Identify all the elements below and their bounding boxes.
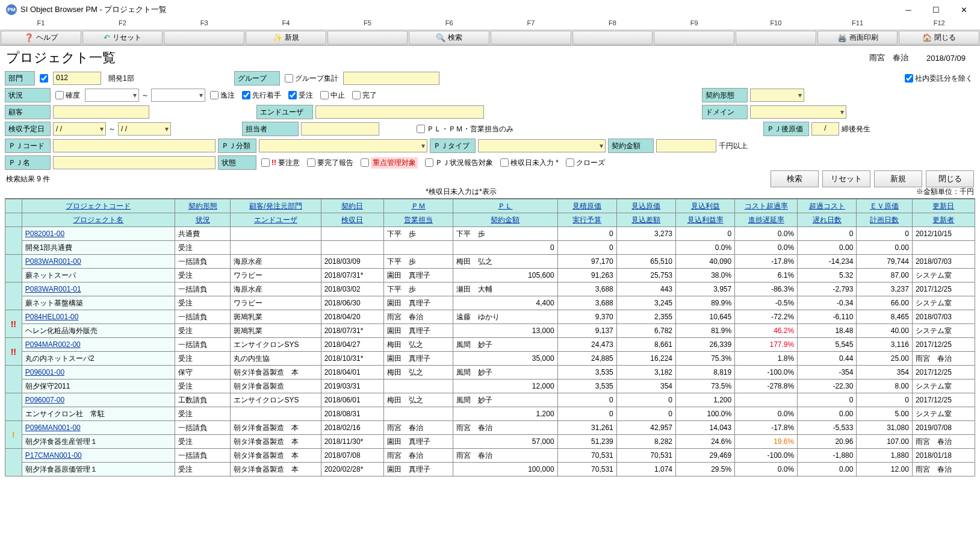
col-header[interactable]: ＰＭ — [411, 202, 426, 210]
customer-input[interactable] — [53, 105, 149, 119]
pjname-input[interactable] — [53, 156, 216, 169]
col-header[interactable]: ＥＶ原価 — [870, 202, 899, 210]
project-code-link[interactable]: P082001-00 — [22, 227, 175, 241]
col-header[interactable]: 状況 — [196, 216, 210, 224]
action-reset-button[interactable]: リセット — [822, 170, 870, 187]
pjcode-input[interactable] — [53, 139, 216, 152]
kenshu-from-input[interactable]: / / — [53, 122, 106, 136]
table-row[interactable]: 蕨ネットスーパ受注ワラビー2018/07/31*園田 真理子105,60091,… — [5, 269, 975, 283]
table-row[interactable]: !P096MAN001-00一括請負朝タ洋食器製造 本2018/02/16雨宮 … — [5, 421, 975, 435]
table-row[interactable]: P096001-00保守朝タ洋食器製造 本2018/04/01梅田 弘之風間 妙… — [5, 366, 975, 379]
table-row[interactable]: 丸の内ネットスーパ2受注丸の内生協2018/10/31*園田 真理子35,000… — [5, 352, 975, 366]
col-header[interactable]: 顧客/発注元部門 — [249, 202, 302, 210]
table-row[interactable]: ヘレン化粧品海外販売受注斑鳩乳業2018/07/31*園田 真理子13,0009… — [5, 324, 975, 338]
col-header[interactable]: エンドユーザ — [254, 216, 297, 224]
project-code-link[interactable]: P083WAR001-01 — [22, 283, 175, 296]
col-header[interactable]: 契約形態 — [188, 202, 217, 210]
col-header[interactable]: 見込原価 — [631, 202, 660, 210]
reset-button[interactable]: ↶リセット — [82, 31, 163, 45]
col-header[interactable]: 遅れ日数 — [813, 216, 842, 224]
table-row[interactable]: 朝夕洋食器原価管理１受注朝タ洋食器製造 本2020/02/28*園田 真理子10… — [5, 463, 975, 476]
maximize-button[interactable]: ☐ — [922, 0, 950, 19]
project-code-link[interactable]: P094MAR002-00 — [22, 338, 175, 352]
col-header[interactable]: 見込利益 — [691, 202, 720, 210]
table-row[interactable]: P083WAR001-01一括請負海原水産2018/03/02下平 歩瀬田 大輔… — [5, 283, 975, 296]
f10-button[interactable] — [736, 31, 816, 45]
f8-button[interactable] — [572, 31, 653, 45]
project-code-link[interactable]: P083WAR001-00 — [22, 255, 175, 269]
contract-type-select[interactable] — [750, 89, 804, 102]
table-row[interactable]: エンサイクロン社 常駐受注2018/08/311,20000100.0%0.0%… — [5, 407, 975, 421]
project-code-link[interactable]: P084HEL001-00 — [22, 310, 175, 324]
kenshu-to-input[interactable]: / / — [118, 122, 171, 136]
pj-after-input[interactable]: / — [811, 122, 839, 136]
col-header[interactable]: コスト超過率 — [745, 202, 788, 210]
group-sum-checkbox[interactable] — [285, 74, 293, 83]
close-checkbox[interactable] — [566, 158, 574, 167]
status-report-checkbox[interactable] — [425, 158, 433, 167]
results-grid[interactable]: プロジェクトコード契約形態顧客/発注元部門契約日ＰＭＰＬ見積原価見込原価見込利益… — [5, 198, 975, 559]
pjtype-select[interactable] — [478, 139, 606, 152]
col-header[interactable]: 見込利益率 — [687, 216, 724, 224]
f3-button[interactable] — [164, 31, 244, 45]
kakudo-from-select[interactable] — [85, 89, 139, 102]
pjclass-select[interactable] — [259, 139, 427, 152]
col-header[interactable]: 契約日 — [341, 202, 363, 210]
table-row[interactable]: 朝夕洋食器生産管理１受注朝タ洋食器製造 本2018/11/30*園田 真理子57… — [5, 435, 975, 449]
col-header[interactable]: プロジェクトコード — [66, 202, 131, 210]
chushi-checkbox[interactable] — [320, 91, 329, 99]
col-header[interactable]: 超過コスト — [809, 202, 845, 210]
minimize-button[interactable]: ─ — [895, 0, 922, 19]
group-input[interactable] — [343, 72, 439, 85]
search-button[interactable]: 🔍検索 — [409, 31, 489, 45]
table-row[interactable]: !!P094MAR002-00一括請負エンサイクロンSYS2018/04/27梅… — [5, 338, 975, 352]
kenshu-uninput-checkbox[interactable] — [500, 158, 509, 167]
table-row[interactable]: !!P084HEL001-00一括請負斑鳩乳業2018/04/20雨宮 春治遠藤… — [5, 310, 975, 324]
priority-target-checkbox[interactable] — [361, 158, 369, 167]
project-code-link[interactable]: P096MAN001-00 — [22, 421, 175, 435]
juchu-checkbox[interactable] — [288, 91, 297, 99]
plpm-only-checkbox[interactable] — [417, 125, 425, 133]
col-header[interactable]: 見込差額 — [631, 216, 660, 224]
col-header[interactable]: プロジェクト名 — [73, 216, 123, 224]
enchu-checkbox[interactable] — [210, 91, 219, 99]
action-search-button[interactable]: 検索 — [771, 170, 819, 187]
table-row[interactable]: 開発1部共通費受注000.0%0.0%0.000.00 — [5, 241, 975, 255]
col-header[interactable]: 契約金額 — [491, 216, 519, 224]
col-header[interactable]: 計画日数 — [870, 216, 899, 224]
col-header[interactable]: 更新者 — [932, 216, 954, 224]
project-code-link[interactable]: P096007-00 — [22, 393, 175, 407]
table-row[interactable]: 蕨ネット基盤構築受注ワラビー2018/06/30園田 真理子4,4003,688… — [5, 296, 975, 310]
dept-checkbox[interactable] — [40, 74, 48, 83]
senkou-checkbox[interactable] — [242, 91, 250, 99]
col-header[interactable]: ＰＬ — [498, 202, 512, 210]
table-row[interactable]: P096007-00工数請負エンサイクロンSYS2018/06/01梅田 弘之風… — [5, 393, 975, 407]
col-header[interactable]: 実行予算 — [572, 216, 601, 224]
project-code-link[interactable]: P17CMAN001-00 — [22, 449, 175, 463]
kanryo-checkbox[interactable] — [352, 91, 361, 99]
action-new-button[interactable]: 新規 — [874, 170, 922, 187]
table-row[interactable]: P082001-00共通費下平 歩下平 歩03,27300.0%002012/1… — [5, 227, 975, 241]
col-header[interactable]: 更新日 — [932, 202, 954, 210]
f7-button[interactable] — [491, 31, 571, 45]
col-header[interactable]: 検収日 — [341, 216, 363, 224]
action-close-button[interactable]: 閉じる — [926, 170, 974, 187]
exclude-internal-checkbox[interactable] — [905, 74, 913, 83]
print-button[interactable]: 🖨️画面印刷 — [817, 31, 898, 45]
tantou-input[interactable] — [301, 122, 379, 136]
needattn-checkbox[interactable] — [261, 158, 270, 167]
col-header[interactable]: 見積原価 — [572, 202, 601, 210]
kakudo-to-select[interactable] — [151, 89, 205, 102]
col-header[interactable]: 営業担当 — [404, 216, 433, 224]
close-button[interactable]: 🏠閉じる — [899, 31, 979, 45]
need-complete-checkbox[interactable] — [307, 158, 315, 167]
f9-button[interactable] — [654, 31, 734, 45]
col-header[interactable]: 進捗遅延率 — [748, 216, 784, 224]
table-row[interactable]: P17CMAN001-00一括請負朝タ洋食器製造 本2018/07/08雨宮 春… — [5, 449, 975, 463]
domain-select[interactable] — [750, 105, 846, 119]
project-code-link[interactable]: P096001-00 — [22, 366, 175, 379]
table-row[interactable]: P083WAR001-00一括請負海原水産2018/03/09下平 歩梅田 弘之… — [5, 255, 975, 269]
f5-button[interactable] — [327, 31, 408, 45]
enduser-input[interactable] — [315, 105, 484, 119]
contract-amount-input[interactable] — [656, 139, 716, 152]
